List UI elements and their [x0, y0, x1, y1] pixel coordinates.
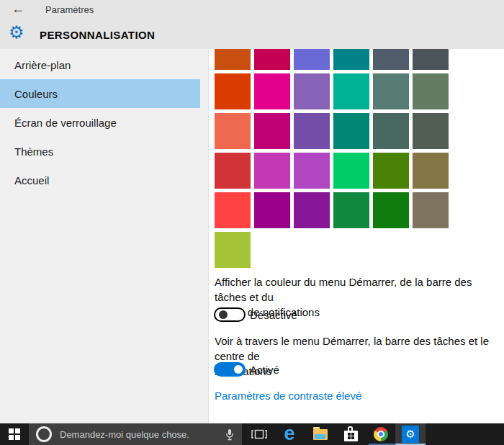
color-swatch[interactable]: [373, 153, 409, 189]
color-swatch[interactable]: [215, 73, 251, 109]
color-swatch[interactable]: [373, 192, 409, 228]
edge-button[interactable]: e: [275, 423, 304, 445]
settings-app-icon: ⚙: [402, 426, 419, 443]
microphone-icon[interactable]: [225, 428, 234, 441]
toggle-knob: [219, 310, 228, 319]
sidebar-item-accueil[interactable]: Accueil: [0, 166, 200, 194]
color-swatch[interactable]: [333, 49, 369, 70]
color-swatch[interactable]: [254, 153, 290, 189]
file-explorer-icon: [313, 429, 328, 440]
color-swatch[interactable]: [294, 192, 330, 228]
color-swatch[interactable]: [254, 49, 290, 70]
cortana-search-box[interactable]: Demandez-moi quelque chose.: [29, 423, 242, 445]
palette-row: [215, 192, 449, 228]
palette-row: [215, 49, 449, 70]
color-swatch[interactable]: [294, 153, 330, 189]
accent-color-palette: [215, 49, 449, 271]
sidebar-item-ecran-de-verrouillage[interactable]: Écran de verrouillage: [0, 108, 200, 137]
settings-app-button[interactable]: ⚙: [395, 423, 426, 445]
color-swatch[interactable]: [373, 49, 409, 70]
start-button[interactable]: [0, 423, 29, 445]
page-title: PERSONNALISATION: [40, 29, 155, 41]
color-swatch[interactable]: [413, 49, 449, 70]
color-swatch[interactable]: [294, 49, 330, 70]
toggle-state-transparency: Activé: [250, 364, 279, 376]
color-swatch[interactable]: [413, 153, 449, 189]
task-view-icon: [251, 429, 267, 439]
color-swatch[interactable]: [333, 73, 369, 109]
color-swatch[interactable]: [254, 73, 290, 109]
file-explorer-button[interactable]: [306, 423, 335, 445]
header: ← Paramètres ⚙ PERSONNALISATION: [0, 0, 504, 49]
sidebar-list: Arrière-planCouleursÉcran de verrouillag…: [0, 50, 208, 194]
windows-logo-icon: [9, 428, 20, 440]
settings-window: ← Paramètres ⚙ PERSONNALISATION Arrière-…: [0, 0, 504, 445]
color-swatch[interactable]: [373, 73, 409, 109]
color-swatch[interactable]: [413, 73, 449, 109]
sidebar: Arrière-planCouleursÉcran de verrouillag…: [0, 49, 209, 423]
color-swatch[interactable]: [294, 73, 330, 109]
cortana-icon: [36, 426, 52, 442]
color-swatch[interactable]: [254, 113, 290, 149]
color-swatch[interactable]: [333, 153, 369, 189]
palette-row: [215, 113, 449, 149]
chrome-button[interactable]: [366, 423, 395, 445]
color-swatch[interactable]: [294, 113, 330, 149]
chrome-icon: [374, 427, 388, 441]
palette-row: [215, 153, 449, 189]
store-button[interactable]: [336, 423, 365, 445]
sidebar-item-couleurs[interactable]: Couleurs: [0, 79, 200, 108]
palette-row: [215, 73, 449, 109]
color-swatch[interactable]: [215, 113, 251, 149]
taskbar: Demandez-moi quelque chose. e: [0, 423, 504, 445]
color-swatch[interactable]: [215, 49, 251, 70]
color-swatch[interactable]: [413, 113, 449, 149]
color-swatch[interactable]: [413, 192, 449, 228]
sidebar-item-themes[interactable]: Thèmes: [0, 137, 200, 166]
high-contrast-settings-link[interactable]: Paramètres de contraste élevé: [215, 390, 361, 402]
toggle-transparency[interactable]: [214, 362, 246, 377]
color-swatch[interactable]: [215, 192, 251, 228]
color-swatch[interactable]: [333, 192, 369, 228]
back-arrow-icon[interactable]: ←: [12, 1, 24, 17]
color-swatch[interactable]: [215, 232, 251, 268]
titlebar-title: Paramètres: [45, 4, 94, 15]
task-view-button[interactable]: [245, 423, 274, 445]
toggle-show-color[interactable]: [214, 307, 246, 322]
store-icon: [344, 431, 358, 441]
search-placeholder: Demandez-moi quelque chose.: [60, 429, 189, 440]
personalization-gear-icon: ⚙: [9, 24, 24, 41]
color-swatch[interactable]: [254, 192, 290, 228]
palette-row: [215, 232, 449, 268]
content-pane: Afficher la couleur du menu Démarrer, de…: [209, 49, 504, 423]
toggle-knob: [234, 365, 243, 374]
color-swatch[interactable]: [333, 113, 369, 149]
toggle-state-show-color: Désactivé: [250, 309, 297, 321]
color-swatch[interactable]: [215, 153, 251, 189]
color-swatch[interactable]: [373, 113, 409, 149]
edge-icon: e: [284, 424, 294, 444]
sidebar-item-arriere-plan[interactable]: Arrière-plan: [0, 50, 200, 79]
